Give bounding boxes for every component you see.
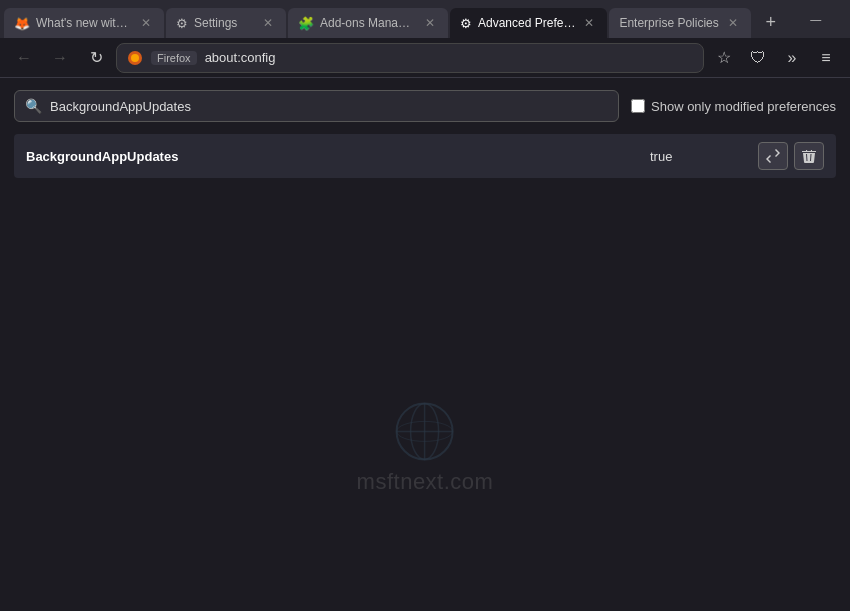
tab-whats-new-label: What's new with… <box>36 16 132 30</box>
tab-enterprise[interactable]: Enterprise Policies ✕ <box>609 8 750 38</box>
show-modified-label[interactable]: Show only modified preferences <box>651 99 836 114</box>
tab-whats-new-icon: 🦊 <box>14 16 30 31</box>
watermark-globe-icon <box>395 401 455 461</box>
tab-enterprise-close[interactable]: ✕ <box>725 15 741 31</box>
content-area: 🔍 Show only modified preferences Backgro… <box>0 78 850 611</box>
pref-value-0: true <box>630 149 750 164</box>
watermark-text: msftnext.com <box>357 469 494 495</box>
tab-enterprise-label: Enterprise Policies <box>619 16 718 30</box>
tab-advanced-pref[interactable]: ⚙ Advanced Prefe… ✕ <box>450 8 607 38</box>
forward-button[interactable]: → <box>44 42 76 74</box>
shield-button[interactable]: 🛡 <box>742 42 774 74</box>
svg-point-2 <box>397 403 453 459</box>
new-tab-button[interactable]: + <box>757 8 785 36</box>
search-box: 🔍 <box>14 90 619 122</box>
pref-delete-button-0[interactable] <box>794 142 824 170</box>
tab-settings-icon: ⚙ <box>176 16 188 31</box>
bookmark-button[interactable]: ☆ <box>708 42 740 74</box>
firefox-logo-icon <box>127 50 143 66</box>
search-row: 🔍 Show only modified preferences <box>14 90 836 122</box>
tab-addons-close[interactable]: ✕ <box>422 15 438 31</box>
show-modified-checkbox[interactable] <box>631 99 645 113</box>
tab-whats-new-close[interactable]: ✕ <box>138 15 154 31</box>
navbar: ← → ↻ Firefox about:config ☆ 🛡 » ≡ <box>0 38 850 78</box>
delete-icon <box>801 148 817 164</box>
tab-whats-new[interactable]: 🦊 What's new with… ✕ <box>4 8 164 38</box>
minimize-button[interactable]: — <box>793 3 839 35</box>
search-icon: 🔍 <box>25 98 42 114</box>
tabs-area: 🦊 What's new with… ✕ ⚙ Settings ✕ 🧩 Add-… <box>4 0 785 38</box>
tab-addons[interactable]: 🧩 Add-ons Manag… ✕ <box>288 8 448 38</box>
titlebar: 🦊 What's new with… ✕ ⚙ Settings ✕ 🧩 Add-… <box>0 0 850 38</box>
watermark: msftnext.com <box>357 401 494 495</box>
window-controls: — □ ✕ <box>785 3 850 35</box>
reload-button[interactable]: ↻ <box>80 42 112 74</box>
extensions-button[interactable]: » <box>776 42 808 74</box>
show-modified-wrap: Show only modified preferences <box>631 99 836 114</box>
tab-addons-icon: 🧩 <box>298 16 314 31</box>
maximize-button[interactable]: □ <box>841 3 850 35</box>
nav-right-controls: ☆ 🛡 » ≡ <box>708 42 842 74</box>
svg-point-3 <box>411 403 439 459</box>
toggle-icon <box>765 148 781 164</box>
address-bar[interactable]: Firefox about:config <box>116 43 704 73</box>
tab-settings-label: Settings <box>194 16 254 30</box>
tab-addons-label: Add-ons Manag… <box>320 16 416 30</box>
tab-settings-close[interactable]: ✕ <box>260 15 276 31</box>
svg-point-1 <box>131 54 139 62</box>
pref-actions-0 <box>758 142 824 170</box>
pref-toggle-button-0[interactable] <box>758 142 788 170</box>
tab-advanced-pref-close[interactable]: ✕ <box>581 15 597 31</box>
back-button[interactable]: ← <box>8 42 40 74</box>
pref-name-0: BackgroundAppUpdates <box>26 149 622 164</box>
svg-point-6 <box>397 421 453 441</box>
tab-advanced-pref-icon: ⚙ <box>460 16 472 31</box>
browser-pill-label: Firefox <box>151 51 197 65</box>
tab-advanced-pref-label: Advanced Prefe… <box>478 16 575 30</box>
menu-button[interactable]: ≡ <box>810 42 842 74</box>
tab-settings[interactable]: ⚙ Settings ✕ <box>166 8 286 38</box>
address-text: about:config <box>205 50 693 65</box>
pref-row-0: BackgroundAppUpdates true <box>14 134 836 178</box>
search-input[interactable] <box>50 99 608 114</box>
